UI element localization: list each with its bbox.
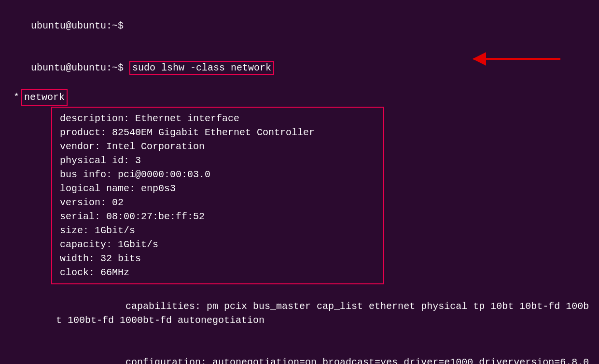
arrow-head (473, 52, 486, 66)
terminal-line-1: ubuntu@ubuntu:~$ (8, 5, 591, 47)
info-size: size: 1Gbit/s (60, 224, 376, 238)
info-physical-id: physical id: 3 (60, 154, 376, 168)
info-serial: serial: 08:00:27:be:ff:52 (60, 210, 376, 224)
info-capacity: capacity: 1Gbit/s (60, 238, 376, 252)
prompt-2: ubuntu@ubuntu:~$ (31, 62, 129, 73)
info-version: version: 02 (60, 196, 376, 210)
configuration-text: configuration: autonegotiation=on broadc… (56, 357, 589, 364)
info-vendor: vendor: Intel Corporation (60, 140, 376, 154)
capabilities-text: capabilities: pm pcix bus_master cap_lis… (56, 301, 589, 326)
info-product: product: 82540EM Gigabit Ethernet Contro… (60, 126, 376, 140)
terminal-line-2: ubuntu@ubuntu:~$ sudo lshw -class networ… (8, 47, 591, 89)
info-clock: clock: 66MHz (60, 266, 376, 280)
terminal-line-3: * network (8, 89, 591, 106)
prompt-1: ubuntu@ubuntu:~$ (31, 20, 124, 31)
network-highlight: network (21, 89, 68, 106)
info-width: width: 32 bits (60, 252, 376, 266)
command-highlight: sudo lshw -class network (129, 61, 274, 75)
capabilities-line: capabilities: pm pcix bus_master cap_lis… (8, 285, 591, 341)
arrow-annotation (474, 58, 560, 60)
arrow-line (474, 58, 560, 60)
info-logical-name: logical name: enp0s3 (60, 182, 376, 196)
info-box: description: Ethernet interface product:… (51, 107, 384, 284)
info-bus-info: bus info: pci@0000:00:03.0 (60, 168, 376, 182)
info-description: description: Ethernet interface (60, 112, 376, 126)
star-symbol: * (8, 90, 19, 104)
configuration-line: configuration: autonegotiation=on broadc… (8, 341, 591, 364)
